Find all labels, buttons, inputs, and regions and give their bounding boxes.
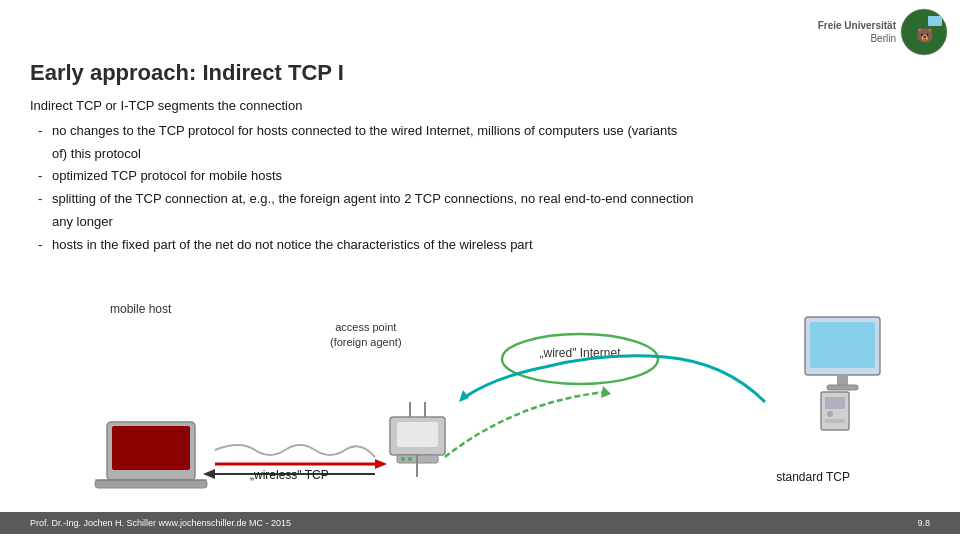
university-logo-icon: 🐻 <box>900 8 948 56</box>
svg-rect-1 <box>928 16 942 26</box>
bullet-2: - optimized TCP protocol for mobile host… <box>30 166 930 187</box>
svg-point-17 <box>401 457 405 461</box>
svg-rect-6 <box>95 480 207 488</box>
logo-text: Freie Universität Berlin <box>818 19 896 45</box>
footer-left: Prof. Dr.-Ing. Jochen H. Schiller www.jo… <box>30 518 291 528</box>
svg-point-28 <box>827 411 833 417</box>
wireless-tcp-text: „wireless" TCP <box>250 468 329 482</box>
logo-line2: Berlin <box>818 32 896 45</box>
bullet-text-1: no changes to the TCP protocol for hosts… <box>52 121 930 142</box>
svg-rect-29 <box>825 419 845 423</box>
bullet-text-4: hosts in the fixed part of the net do no… <box>52 235 930 256</box>
logo-line1: Freie Universität <box>818 19 896 32</box>
intro-line: Indirect TCP or I-TCP segments the conne… <box>30 96 930 117</box>
slide: Freie Universität Berlin 🐻 Early approac… <box>0 0 960 540</box>
bullet-3-continuation: any longer <box>30 212 930 233</box>
bullet-text-3: splitting of the TCP connection at, e.g.… <box>52 189 930 210</box>
bullet-dash-3: - <box>38 189 50 210</box>
svg-rect-24 <box>837 375 848 385</box>
svg-marker-21 <box>459 390 469 402</box>
svg-text:🐻: 🐻 <box>916 27 934 44</box>
svg-rect-23 <box>810 322 875 368</box>
svg-point-18 <box>408 457 412 461</box>
svg-rect-5 <box>112 426 190 470</box>
footer: Prof. Dr.-Ing. Jochen H. Schiller www.jo… <box>0 512 960 534</box>
svg-marker-20 <box>601 386 611 398</box>
bullet-dash-2: - <box>38 166 50 187</box>
bullet-text-2: optimized TCP protocol for mobile hosts <box>52 166 930 187</box>
bullet-3: - splitting of the TCP connection at, e.… <box>30 189 930 210</box>
svg-rect-13 <box>397 422 438 447</box>
slide-content: Indirect TCP or I-TCP segments the conne… <box>30 96 930 256</box>
slide-title: Early approach: Indirect TCP I <box>30 60 930 86</box>
standard-tcp-label: standard TCP <box>776 470 850 484</box>
bullet-dash-4: - <box>38 235 50 256</box>
bullet-1: - no changes to the TCP protocol for hos… <box>30 121 930 142</box>
svg-rect-27 <box>825 397 845 409</box>
wireless-tcp-label: „wireless" TCP <box>250 468 329 482</box>
svg-marker-11 <box>203 469 215 479</box>
bullet-1-continuation: of) this protocol <box>30 144 930 165</box>
diagram: mobile host access point(foreign agent) … <box>30 302 930 512</box>
bullet-dash-1: - <box>38 121 50 142</box>
header-logo: Freie Universität Berlin 🐻 <box>818 8 948 56</box>
footer-right: 9.8 <box>917 518 930 528</box>
svg-rect-25 <box>827 385 858 390</box>
bullet-4: - hosts in the fixed part of the net do … <box>30 235 930 256</box>
svg-marker-9 <box>375 459 387 469</box>
